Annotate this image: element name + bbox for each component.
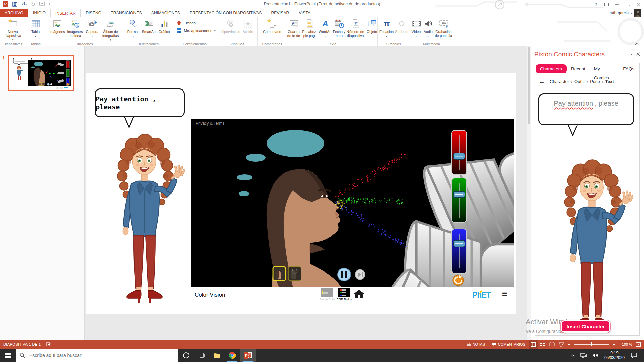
tab-my-comics[interactable]: My Comics (590, 64, 619, 73)
phet-simulation[interactable]: Privacy & Terms (191, 119, 514, 304)
textbox-button[interactable]: A Cuadro de texto (286, 18, 302, 38)
photo-album-button[interactable]: Álbum de fotografías ▾ (100, 18, 121, 42)
crumb-pose[interactable]: Pose (590, 79, 600, 84)
show-desktop-button[interactable] (642, 349, 644, 362)
speech-bubble[interactable]: Pay attention , please (95, 88, 185, 117)
spellcheck-icon[interactable] (46, 342, 51, 347)
tab-revisar[interactable]: REVISAR (266, 9, 294, 17)
tab-inicio[interactable]: INICIO (28, 9, 50, 17)
shapes-button[interactable]: Formas ▾ (126, 18, 141, 38)
tab-vista[interactable]: VISTA (294, 9, 315, 17)
volume-icon[interactable] (590, 353, 601, 358)
brain-view-toggle[interactable] (288, 267, 301, 281)
collapse-ribbon-button[interactable] (635, 43, 639, 45)
tab-presentacion[interactable]: PRESENTACIÓN CON DIAPOSITIVAS (185, 9, 266, 17)
comic-character[interactable] (105, 131, 185, 311)
save-icon[interactable] (12, 2, 17, 7)
red-slider-thumb[interactable] (453, 153, 465, 159)
customize-qat-button[interactable]: ▾ (49, 3, 50, 5)
taskbar-search[interactable] (16, 349, 178, 362)
privacy-terms-link[interactable]: Privacy & Terms (196, 121, 224, 126)
pane-close-icon[interactable] (636, 52, 640, 56)
home-button[interactable] (354, 289, 364, 299)
ribbon-display-options-button[interactable] (601, 0, 612, 9)
redo-button[interactable]: ↻ (31, 2, 35, 7)
zoom-slider-thumb[interactable] (591, 342, 592, 346)
slide-canvas[interactable]: Pay attention , please Privacy & Terms (86, 73, 516, 314)
scrollbar-thumb[interactable] (528, 47, 530, 124)
header-footer-button[interactable]: Encabez. pie pág. (302, 18, 318, 38)
tab-insertar[interactable]: INSERTAR (50, 9, 81, 18)
date-time-button[interactable]: Fecha y hora (333, 18, 346, 38)
screen-rgb-bulbs[interactable]: RGB Bulbs (335, 288, 354, 301)
zoom-out-button[interactable]: − (566, 342, 572, 347)
reset-button[interactable] (453, 275, 464, 286)
task-view-button[interactable] (194, 349, 209, 362)
fit-to-window-icon[interactable] (636, 342, 641, 347)
zoom-slider[interactable] (574, 344, 609, 345)
images-button[interactable]: Imágenes (49, 18, 66, 34)
tab-characters[interactable]: Characters (536, 64, 567, 73)
comment-button[interactable]: Comentario (261, 18, 283, 34)
equation-button[interactable]: π Ecuación ▾ (379, 18, 395, 38)
head-view-toggle[interactable] (273, 267, 285, 281)
notes-toggle[interactable]: NOTAS (463, 340, 488, 349)
view-normal-button[interactable] (529, 340, 538, 349)
undo-button[interactable]: ↺▾ (21, 1, 27, 7)
comic-character-preview[interactable] (552, 157, 633, 340)
sim-menu-button[interactable]: ≡ (502, 289, 507, 299)
screen-recording-button[interactable]: Grabación de pantalla (434, 18, 453, 38)
blue-slider-thumb[interactable] (453, 241, 465, 247)
object-button[interactable]: Objeto (365, 18, 379, 34)
chart-button[interactable]: Gráfico (157, 18, 172, 34)
tab-faqs[interactable]: FAQs (619, 64, 639, 73)
chrome-button[interactable] (225, 349, 240, 362)
file-explorer-button[interactable] (209, 349, 225, 362)
zoom-in-button[interactable]: + (611, 342, 617, 347)
tab-animaciones[interactable]: ANIMACIONES (147, 9, 185, 17)
tray-expand-chevron[interactable] (568, 354, 578, 357)
help-button[interactable]: ? (590, 0, 601, 9)
pane-options-arrow-icon[interactable]: ▾ (631, 52, 632, 56)
video-button[interactable]: Vídeo ▾ (410, 18, 422, 38)
my-apps-button[interactable]: Mis aplicaciones ▾ (176, 28, 215, 33)
view-reading-button[interactable] (547, 340, 557, 349)
green-slider[interactable] (452, 178, 467, 222)
table-button[interactable]: Tabla ▾ (28, 18, 43, 38)
powerpoint-taskbar-button[interactable]: P (240, 349, 256, 362)
smartart-button[interactable]: SmartArt (141, 18, 157, 34)
tab-recent[interactable]: Recent (567, 64, 590, 73)
wordart-button[interactable]: A WordArt ▾ (318, 18, 333, 38)
start-button[interactable] (0, 349, 16, 362)
view-slide-sorter-button[interactable] (538, 340, 547, 349)
green-slider-thumb[interactable] (453, 191, 465, 198)
editor-scrollbar[interactable] (527, 46, 531, 340)
network-icon[interactable] (578, 353, 590, 358)
step-button[interactable] (355, 270, 365, 280)
audio-button[interactable]: Audio ▾ (422, 18, 434, 38)
screen-single-bulb[interactable]: Single Bulb (318, 288, 336, 301)
close-button[interactable] (633, 0, 644, 9)
account-menu[interactable]: ruth garcia ▾ (610, 9, 641, 17)
screenshot-button[interactable]: Captura ▾ (85, 18, 100, 38)
comments-toggle[interactable]: COMENTARIOS (488, 340, 529, 349)
zoom-level[interactable]: 100 % (617, 342, 632, 346)
red-slider[interactable] (452, 130, 467, 175)
new-slide-button[interactable]: Nueva diapositiva ▾ (2, 18, 24, 42)
store-button[interactable]: Tienda (176, 20, 196, 26)
bubble-text-editor[interactable]: Pay attention , please (538, 93, 634, 125)
online-images-button[interactable]: Imágenes en línea (66, 18, 85, 38)
crumb-outfit[interactable]: Outfit (574, 79, 585, 84)
crumb-character[interactable]: Character (550, 79, 569, 84)
action-center-icon[interactable] (628, 352, 640, 358)
start-slideshow-icon[interactable] (39, 2, 45, 6)
taskbar-clock[interactable]: 9:19 05/03/2020 (604, 351, 625, 360)
slide-number-button[interactable]: # Número de diapositiva (346, 18, 365, 38)
view-slideshow-button[interactable] (557, 340, 566, 349)
blue-slider[interactable] (452, 229, 467, 273)
minimize-button[interactable] (612, 0, 623, 9)
tab-archivo[interactable]: ARCHIVO (0, 9, 28, 17)
restore-button[interactable] (623, 0, 633, 9)
insert-character-button[interactable]: Insert Character (561, 320, 610, 333)
tab-diseno[interactable]: DISEÑO (81, 9, 106, 17)
